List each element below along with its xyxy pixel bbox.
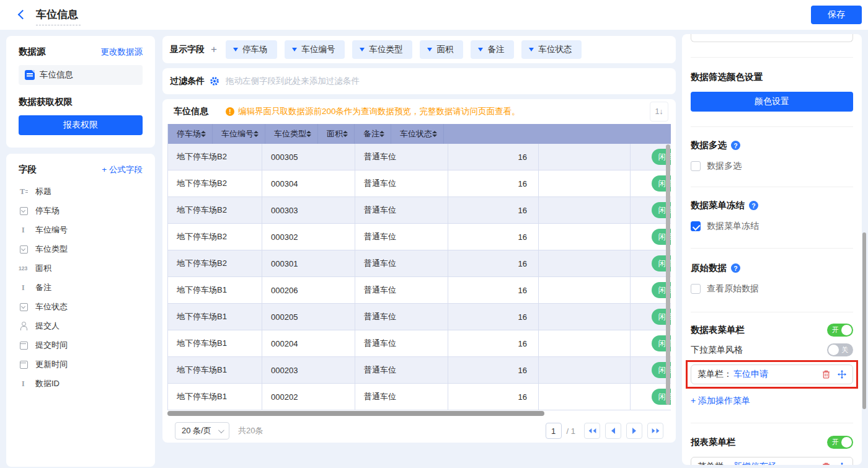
page-number-input[interactable] — [546, 423, 562, 439]
sort-arrows-icon[interactable] — [432, 131, 437, 137]
column-label: 备注 — [363, 128, 379, 139]
number-icon — [19, 264, 29, 273]
next-page-button[interactable] — [626, 423, 642, 439]
sort-arrows-icon[interactable] — [343, 131, 348, 137]
field-item[interactable]: 车位类型 — [19, 239, 143, 258]
save-button[interactable]: 保存 — [811, 6, 862, 24]
table-header-cell[interactable]: 停车场 — [168, 124, 213, 144]
checkbox-checked[interactable] — [691, 221, 701, 231]
field-item[interactable]: 提交人 — [19, 316, 143, 335]
sort-arrows-icon[interactable] — [254, 131, 259, 137]
add-formula-field-link[interactable]: + 公式字段 — [102, 164, 143, 175]
table-header-cell[interactable]: 车位状态 — [391, 124, 444, 144]
title-edit-underline[interactable] — [36, 25, 81, 25]
field-label: 车位状态 — [35, 301, 68, 312]
column-label: 车位类型 — [274, 128, 306, 139]
move-icon[interactable] — [838, 370, 846, 379]
table-header-cell[interactable]: 备注 — [355, 124, 391, 144]
field-chip[interactable]: 车位编号 — [285, 40, 345, 59]
first-page-button[interactable] — [584, 423, 600, 439]
sort-arrows-icon[interactable] — [201, 131, 206, 137]
table-row[interactable]: 地下停车场B1 000202 普通车位 16 闲置 — [168, 384, 671, 410]
field-label: 车位类型 — [35, 244, 68, 255]
cell-parking: 地下停车场B2 — [168, 224, 262, 250]
field-item[interactable]: 标题 — [19, 182, 143, 201]
field-chip[interactable]: 车位类型 — [352, 40, 412, 59]
cell-area: 16 — [448, 224, 539, 250]
dropdown-style-toggle-off[interactable]: 关 — [827, 343, 853, 356]
table-header-cell[interactable]: 面积 — [318, 124, 355, 144]
table-row[interactable]: 地下停车场B1 000204 普通车位 16 闲置 — [168, 330, 671, 357]
sort-arrows-icon[interactable] — [379, 131, 384, 137]
text-icon — [19, 379, 29, 388]
last-page-button[interactable] — [647, 423, 663, 439]
color-setting-button[interactable]: 颜色设置 — [691, 92, 853, 112]
report-menu-toggle-on[interactable]: 开 — [827, 436, 853, 449]
report-permission-button[interactable]: 报表权限 — [19, 115, 143, 135]
cell-type: 普通车位 — [355, 384, 448, 410]
checkbox-unchecked[interactable] — [691, 161, 701, 171]
chevron-down-icon — [529, 48, 534, 51]
raw-data-checkbox-row[interactable]: 查看原始数据 — [691, 283, 853, 294]
person-icon — [19, 322, 29, 330]
table-row[interactable]: 地下停车场B1 000205 普通车位 16 闲置 — [168, 304, 671, 330]
table-row[interactable]: 地下停车场B2 000304 普通车位 16 闲置 — [168, 170, 671, 197]
window-scrollbar[interactable] — [862, 232, 866, 409]
table-row[interactable]: 地下停车场B2 000303 普通车位 16 闲置 — [168, 197, 671, 224]
field-item[interactable]: 提交时间 — [19, 335, 143, 355]
multi-select-checkbox-row[interactable]: 数据多选 — [691, 161, 853, 172]
text-icon — [19, 283, 29, 292]
table-menu-toggle-on[interactable]: 开 — [827, 324, 853, 337]
table-row[interactable]: 地下停车场B2 000302 普通车位 16 闲置 — [168, 224, 671, 250]
menu-freeze-checkbox-row[interactable]: 数据菜单冻结 — [691, 221, 853, 232]
table-row[interactable]: 地下停车场B2 000305 普通车位 16 闲置 — [168, 144, 671, 170]
sort-arrows-icon[interactable] — [306, 131, 311, 137]
sort-order-button[interactable]: 1↓ — [650, 102, 668, 121]
column-label: 车位状态 — [400, 128, 432, 139]
table-header-cell[interactable]: 车位编号 — [213, 124, 265, 144]
field-chip[interactable]: 车位状态 — [521, 40, 582, 59]
add-action-menu-link[interactable]: + 添加操作菜单 — [691, 395, 853, 407]
cell-note — [539, 170, 631, 197]
table-header-cell[interactable]: 车位类型 — [265, 124, 318, 144]
filter-dropzone-placeholder[interactable]: 拖动左侧字段到此处来添加过滤条件 — [226, 76, 360, 87]
table-row[interactable]: 地下停车场B2 000301 普通车位 16 闲置 — [168, 250, 671, 277]
cell-note — [539, 144, 631, 170]
field-item[interactable]: 更新时间 — [19, 355, 143, 374]
field-item[interactable]: 备注 — [19, 278, 143, 297]
back-icon[interactable] — [16, 9, 27, 20]
cell-code: 000202 — [262, 384, 355, 410]
field-item[interactable]: 数据ID — [19, 374, 143, 393]
field-item[interactable]: 面积 — [19, 258, 143, 278]
field-chip[interactable]: 面积 — [420, 40, 463, 59]
page-size-select[interactable]: 20 条/页 — [175, 422, 229, 439]
table-vertical-scrollbar[interactable] — [666, 144, 670, 405]
field-item[interactable]: 停车场 — [19, 201, 143, 220]
field-chip[interactable]: 停车场 — [226, 40, 278, 59]
help-icon[interactable]: ? — [731, 263, 740, 273]
menu-item-add-parking-lot[interactable]: 菜单栏： 新增停车场 — [691, 457, 853, 465]
prev-page-button[interactable] — [605, 423, 621, 439]
datasource-item[interactable]: 车位信息 — [19, 65, 143, 85]
field-item[interactable]: 车位编号 — [19, 220, 143, 239]
field-item[interactable]: 车位状态 — [19, 297, 143, 316]
table-horizontal-scrollbar[interactable] — [167, 411, 544, 416]
chevron-down-icon — [218, 427, 224, 433]
cell-note — [539, 384, 631, 410]
checkbox-unchecked[interactable] — [691, 284, 701, 294]
gear-icon[interactable] — [210, 76, 219, 86]
select-icon — [19, 206, 29, 215]
trash-icon[interactable] — [822, 462, 830, 465]
table-row[interactable]: 地下停车场B1 000206 普通车位 16 闲置 — [168, 277, 671, 304]
move-icon[interactable] — [838, 462, 846, 465]
add-display-field-button[interactable]: + — [211, 43, 217, 56]
trash-icon[interactable] — [822, 370, 830, 379]
column-label: 车位编号 — [221, 128, 254, 139]
menu-item-parking-apply[interactable]: 菜单栏： 车位申请 — [691, 364, 853, 384]
field-chip[interactable]: 备注 — [471, 40, 514, 59]
table-row[interactable]: 地下停车场B1 000203 普通车位 16 闲置 — [168, 357, 671, 384]
change-datasource-link[interactable]: 更改数据源 — [101, 46, 143, 58]
field-label: 更新时间 — [35, 359, 68, 370]
help-icon[interactable]: ? — [731, 141, 740, 150]
help-icon[interactable]: ? — [749, 201, 758, 210]
